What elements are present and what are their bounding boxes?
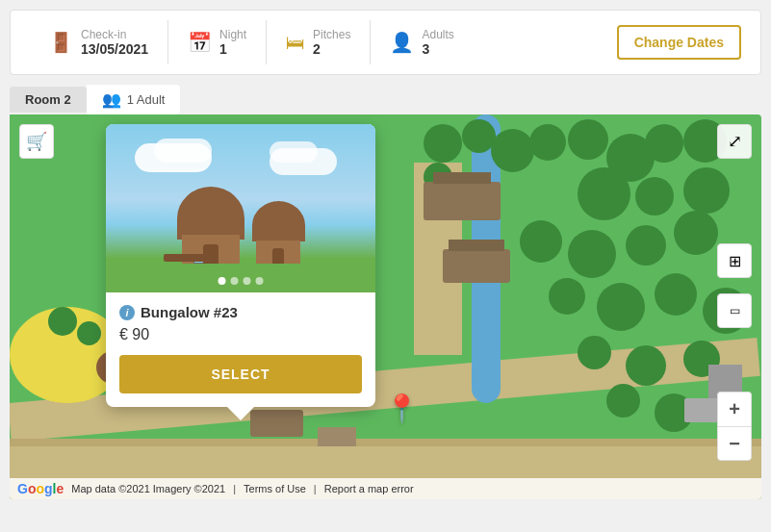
map-right-controls: ⤢ ⊞ ▭ (717, 124, 752, 328)
map-data-text: Map data ©2021 Imagery ©2021 (71, 483, 225, 494)
night-item: 📅 Night 1 (168, 20, 267, 64)
map-small-building-2 (318, 427, 356, 446)
tree (626, 225, 666, 266)
grid-button[interactable]: ⊞ (717, 243, 752, 278)
map-cart-control: 🛒 (19, 124, 54, 159)
bungalow-secondary (252, 201, 305, 264)
tree (549, 278, 585, 315)
pitches-icon: 🛏 (286, 32, 305, 54)
checkin-value: 13/05/2021 (81, 41, 148, 57)
cloud-2 (154, 139, 212, 163)
map-zoom-controls: + − (717, 392, 752, 461)
tree (48, 307, 77, 336)
cart-button[interactable]: 🛒 (19, 124, 54, 159)
map-attribution: Google Map data ©2021 Imagery ©2021 | Te… (10, 478, 761, 499)
adults-group-icon: 👥 (102, 90, 121, 109)
checkin-icon: 🚪 (49, 31, 73, 54)
map-road-edge (10, 439, 761, 446)
cloud-4 (270, 141, 318, 163)
popup-body: i Bungalow #23 € 90 SELECT (106, 292, 375, 407)
tree (626, 345, 666, 386)
terms-of-use-link[interactable]: Terms of Use (244, 483, 306, 494)
room-bar: Room 2 👥 1 Adult (10, 85, 761, 114)
tree (424, 124, 462, 163)
tree (635, 177, 674, 215)
map-building (424, 182, 501, 220)
dot-1 (218, 277, 226, 285)
map-container[interactable]: C 📍 🛒 ⤢ ⊞ ▭ + − (10, 114, 761, 499)
night-label: Night (219, 28, 246, 41)
bungalow-body-sm (256, 241, 300, 264)
pitches-item: 🛏 Pitches 2 (267, 20, 371, 64)
popup-grass (106, 259, 375, 292)
room-tab[interactable]: Room 2 (10, 87, 87, 113)
map-small-building (250, 410, 303, 437)
adults-item: 👤 Adults 3 (371, 20, 473, 64)
zoom-in-button[interactable]: + (717, 392, 752, 426)
bungalow-roof (177, 187, 244, 240)
tree (655, 273, 697, 316)
map-building-roof (433, 172, 491, 184)
tree (597, 283, 645, 331)
expand-button[interactable]: ⤢ (717, 124, 752, 159)
map-building-2 (443, 249, 510, 283)
tree (578, 336, 611, 369)
grid-icon: ⊞ (729, 252, 741, 270)
layers-icon: ▭ (730, 304, 740, 317)
tree (645, 124, 683, 163)
popup-title-text: Bungalow #23 (141, 304, 238, 320)
popup-title: i Bungalow #23 (119, 304, 362, 320)
room-adults: 👥 1 Adult (87, 85, 181, 114)
tree (520, 220, 562, 263)
popup-arrow (227, 407, 254, 420)
adults-label: Adults (422, 28, 453, 41)
bungalow-popup: i Bungalow #23 € 90 SELECT (106, 124, 375, 407)
dot-4 (256, 277, 264, 285)
room-adults-label: 1 Adult (127, 92, 166, 107)
map-pin: 📍 (385, 395, 419, 422)
tree (568, 119, 608, 160)
checkin-item: 🚪 Check-in 13/05/2021 (30, 20, 168, 64)
change-dates-button[interactable]: Change Dates (617, 25, 741, 60)
map-building-roof-2 (449, 240, 504, 251)
checkin-label: Check-in (81, 28, 148, 41)
google-logo: Google (17, 481, 64, 496)
bungalow-door-sm (272, 248, 284, 264)
layers-button[interactable]: ▭ (717, 293, 752, 328)
dot-3 (244, 277, 251, 285)
info-icon: i (119, 305, 135, 320)
night-value: 1 (219, 41, 246, 57)
tree (568, 230, 616, 278)
tree (77, 321, 101, 345)
select-button[interactable]: SELECT (119, 355, 362, 393)
tree (491, 129, 534, 172)
pitches-label: Pitches (313, 28, 350, 41)
tree (578, 167, 630, 220)
tree (606, 384, 640, 418)
night-icon: 📅 (188, 31, 212, 54)
report-map-error-link[interactable]: Report a map error (324, 483, 414, 494)
expand-icon: ⤢ (728, 131, 742, 152)
adults-value: 3 (422, 41, 453, 57)
bungalow-main (177, 187, 244, 264)
popup-price: € 90 (119, 326, 362, 343)
bungalow-shapes (177, 187, 305, 264)
popup-dots (218, 277, 264, 285)
bungalow-roof-sm (252, 201, 305, 241)
bench (164, 254, 212, 262)
adults-icon: 👤 (390, 31, 414, 54)
pitches-value: 2 (313, 41, 350, 57)
popup-image (106, 124, 375, 292)
zoom-out-button[interactable]: − (717, 426, 752, 461)
tree (674, 211, 718, 255)
top-bar: 🚪 Check-in 13/05/2021 📅 Night 1 🛏 Pitche… (10, 10, 761, 75)
price-value: € 90 (119, 326, 149, 342)
dot-2 (231, 277, 239, 285)
tree (529, 124, 566, 161)
